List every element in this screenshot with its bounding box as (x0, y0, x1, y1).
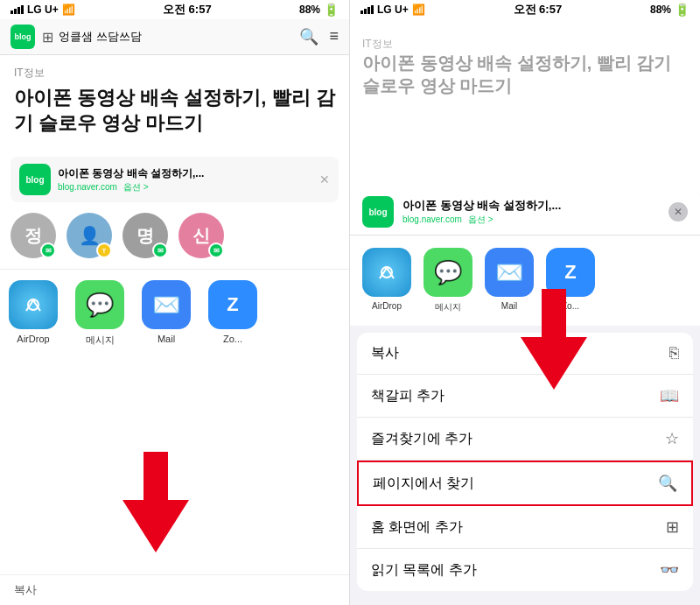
bar4 (371, 5, 374, 14)
status-left-r: LG U+ 📶 (360, 4, 425, 16)
bar4 (21, 5, 24, 14)
svg-point-1 (32, 299, 35, 302)
right-red-arrow (521, 289, 587, 390)
glasses-icon: 👓 (660, 560, 679, 580)
share-banner-url: blog.naver.com 옵션 > (58, 181, 312, 193)
copy-icon: ⎘ (669, 344, 679, 362)
plus-square-icon: ⊞ (666, 517, 679, 537)
share-app-mail[interactable]: ✉️ Mail (140, 280, 192, 344)
share-banner-title: 아이폰 동영상 배속 설정하기,... (58, 166, 312, 181)
menu-item-favorite-label: 즐겨찾기에 추가 (371, 430, 472, 448)
share-app-airdrop[interactable]: AirDrop (7, 280, 60, 344)
arrow-head (122, 500, 189, 552)
airdrop-app-label: AirDrop (372, 301, 402, 311)
menu-item-reading-label: 읽기 목록에 추가 (371, 561, 477, 580)
carrier-label-r: LG U+ (377, 4, 409, 16)
sheet-app-airdrop[interactable]: AirDrop (362, 248, 411, 313)
sheet-url: blog.naver.com 옵션 > (402, 214, 660, 226)
contact-item[interactable]: 신 ✉ (178, 213, 224, 258)
share-banner-blog-icon: blog (19, 164, 51, 195)
bar1 (360, 11, 363, 14)
messages-app-label: 메시지 (435, 301, 461, 313)
post-title: 아이폰 동영상 배속 설정하기, 빨리 감기 슬로우 영상 마드기 (14, 86, 335, 136)
bottom-partial: 복사 (0, 574, 349, 605)
share-app-messages[interactable]: 💬 메시지 (74, 280, 126, 347)
svg-point-3 (385, 266, 388, 270)
bar2 (364, 9, 367, 14)
airdrop-svg (20, 292, 46, 318)
bar2 (14, 9, 17, 14)
share-banner-text: 아이폰 동영상 배속 설정하기,... blog.naver.com 옵션 > (58, 166, 312, 193)
wifi-icon-r: 📶 (412, 4, 425, 16)
left-phone: LG U+ 📶 오전 6:57 88% 🔋 blog ⊞ 엉클샘 쓰담쓰담 🔍 … (0, 0, 350, 605)
airdrop-label: AirDrop (17, 334, 49, 344)
star-icon: ☆ (665, 429, 679, 448)
messages-app-icon: 💬 (424, 248, 472, 297)
menu-icon[interactable]: ≡ (329, 27, 339, 46)
mail-app-label: Mail (501, 301, 517, 311)
menu-item-find[interactable]: 페이지에서 찾기 🔍 (357, 461, 693, 506)
badge-green: ✉ (40, 243, 56, 258)
share-sheet-header: blog 아이폰 동영상 배속 설정하기,... blog.naver.com … (350, 186, 700, 236)
messages-icon: 💬 (75, 280, 124, 329)
avatar: 👤 T (66, 213, 112, 258)
right-arrow-head (521, 337, 587, 390)
battery-icon: 🔋 (324, 3, 339, 17)
bg-blog-content: IT정보 아이폰 동영상 배속 설정하기, 빨리 감기 슬로우 영상 마드기 (350, 19, 700, 111)
bar3 (18, 7, 20, 14)
right-arrow-shaft (542, 289, 566, 337)
airdrop-icon (9, 280, 58, 329)
menu-item-home[interactable]: 홈 화면에 추가 ⊞ (357, 506, 693, 549)
left-status-bar: LG U+ 📶 오전 6:57 88% 🔋 (0, 0, 349, 19)
status-left: LG U+ 📶 (10, 4, 75, 16)
zoom-label: Zo... (223, 334, 242, 344)
contact-item[interactable]: 👤 T (66, 213, 112, 258)
battery-icon-r: 🔋 (675, 3, 690, 17)
grid-icon[interactable]: ⊞ (42, 29, 53, 46)
search-icon: 🔍 (658, 474, 677, 493)
contact-item[interactable]: 정 ✉ (10, 213, 56, 258)
sheet-blog-icon: blog (362, 196, 394, 228)
sheet-app-messages[interactable]: 💬 메시지 (424, 248, 472, 313)
mail-icon: ✉️ (142, 280, 191, 329)
status-right: 88% 🔋 (299, 3, 339, 17)
avatar: 신 ✉ (178, 213, 224, 258)
signal-bars-r (360, 5, 374, 14)
airdrop-svg-r (374, 259, 400, 285)
share-banner: blog 아이폰 동영상 배속 설정하기,... blog.naver.com … (10, 157, 339, 202)
carrier-label: LG U+ (27, 4, 59, 16)
time-label-r: 오전 6:57 (514, 2, 563, 18)
nav-icons: 🔍 ≡ (299, 27, 339, 46)
bg-post-title: 아이폰 동영상 배속 설정하기, 빨리 감기 슬로우 영상 마드기 (362, 52, 688, 97)
badge-green: ✉ (152, 243, 168, 258)
contact-item[interactable]: 명 ✉ (122, 213, 168, 258)
mail-label: Mail (158, 334, 175, 344)
right-phone: LG U+ 📶 오전 6:57 88% 🔋 IT정보 아이폰 동영상 배속 설정… (350, 0, 700, 605)
contacts-row: 정 ✉ 👤 T 명 ✉ 신 (0, 209, 349, 262)
share-app-zoom[interactable]: Z Zo... (206, 280, 259, 344)
status-right-r: 88% 🔋 (650, 3, 690, 17)
sheet-title: 아이폰 동영상 배속 설정하기,... (402, 198, 660, 214)
right-status-bar: LG U+ 📶 오전 6:57 88% 🔋 (350, 0, 700, 19)
share-apps-row: AirDrop 💬 메시지 ✉️ Mail Z Zo... (0, 269, 349, 357)
share-sheet: blog 아이폰 동영상 배속 설정하기,... blog.naver.com … (350, 186, 700, 605)
menu-item-favorite[interactable]: 즐겨찾기에 추가 ☆ (357, 418, 693, 461)
close-icon[interactable]: ✕ (319, 172, 330, 186)
airdrop-app-icon (362, 248, 411, 297)
badge-green: ✉ (208, 243, 224, 258)
signal-bars (10, 5, 24, 14)
messages-label: 메시지 (86, 334, 115, 347)
close-button[interactable]: ✕ (668, 202, 688, 222)
sheet-header-text: 아이폰 동영상 배속 설정하기,... blog.naver.com 옵션 > (402, 198, 660, 226)
avatar: 정 ✉ (10, 213, 56, 258)
blog-logo: blog (10, 25, 35, 49)
time-label: 오전 6:57 (163, 2, 212, 18)
menu-item-copy-label: 복사 (371, 344, 399, 362)
menu-item-find-label: 페이지에서 찾기 (373, 475, 474, 493)
zoom-icon: Z (208, 280, 257, 329)
menu-item-reading[interactable]: 읽기 목록에 추가 👓 (357, 549, 693, 591)
bar1 (10, 11, 13, 14)
book-icon: 📖 (660, 386, 679, 405)
badge-yellow: T (96, 243, 112, 258)
search-icon[interactable]: 🔍 (299, 27, 318, 46)
